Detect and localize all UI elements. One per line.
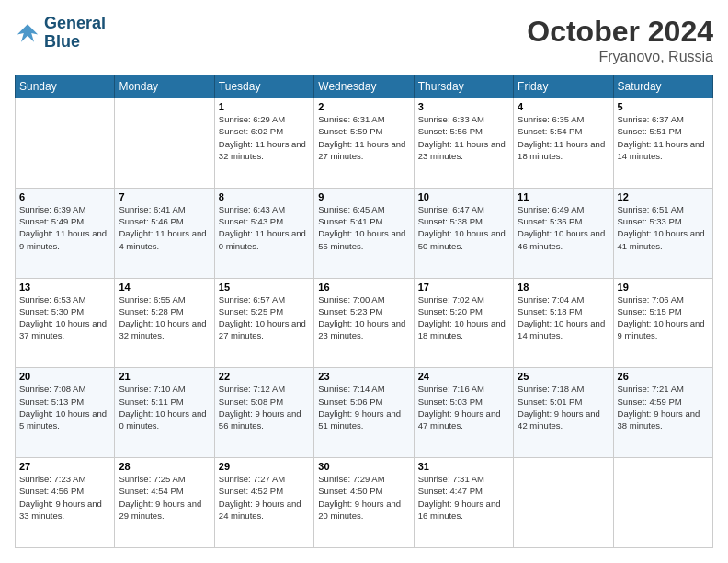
day-info: Sunrise: 6:57 AM Sunset: 5:25 PM Dayligh… xyxy=(219,293,310,342)
calendar-cell: 5Sunrise: 6:37 AM Sunset: 5:51 PM Daylig… xyxy=(613,98,712,189)
calendar-cell: 8Sunrise: 6:43 AM Sunset: 5:43 PM Daylig… xyxy=(214,188,313,278)
header-friday: Friday xyxy=(514,75,613,98)
calendar-week-row: 1Sunrise: 6:29 AM Sunset: 6:02 PM Daylig… xyxy=(16,98,713,189)
day-number: 31 xyxy=(418,461,509,472)
day-number: 30 xyxy=(318,461,409,472)
day-info: Sunrise: 6:37 AM Sunset: 5:51 PM Dayligh… xyxy=(618,113,709,162)
day-number: 26 xyxy=(618,371,709,382)
header: General Blue October 2024 Fryanovo, Russ… xyxy=(15,15,713,65)
day-number: 18 xyxy=(518,282,609,293)
day-info: Sunrise: 7:21 AM Sunset: 4:59 PM Dayligh… xyxy=(618,383,709,431)
calendar-cell: 26Sunrise: 7:21 AM Sunset: 4:59 PM Dayli… xyxy=(613,368,712,458)
day-info: Sunrise: 6:39 AM Sunset: 5:49 PM Dayligh… xyxy=(19,203,110,252)
calendar-cell: 11Sunrise: 6:49 AM Sunset: 5:36 PM Dayli… xyxy=(514,188,613,278)
day-number: 5 xyxy=(618,101,709,112)
day-number: 9 xyxy=(318,191,409,202)
day-number: 3 xyxy=(418,101,509,112)
day-info: Sunrise: 7:10 AM Sunset: 5:11 PM Dayligh… xyxy=(119,383,210,431)
day-info: Sunrise: 6:53 AM Sunset: 5:30 PM Dayligh… xyxy=(19,293,110,342)
day-info: Sunrise: 7:18 AM Sunset: 5:01 PM Dayligh… xyxy=(518,383,609,431)
day-number: 24 xyxy=(418,371,509,382)
day-info: Sunrise: 6:33 AM Sunset: 5:56 PM Dayligh… xyxy=(418,113,509,162)
day-number: 27 xyxy=(19,461,110,472)
day-info: Sunrise: 6:29 AM Sunset: 6:02 PM Dayligh… xyxy=(219,113,310,162)
calendar-cell: 25Sunrise: 7:18 AM Sunset: 5:01 PM Dayli… xyxy=(514,368,613,458)
day-number: 8 xyxy=(219,191,310,202)
calendar-cell: 20Sunrise: 7:08 AM Sunset: 5:13 PM Dayli… xyxy=(16,368,115,458)
day-info: Sunrise: 7:29 AM Sunset: 4:50 PM Dayligh… xyxy=(318,473,409,522)
day-info: Sunrise: 6:47 AM Sunset: 5:38 PM Dayligh… xyxy=(418,203,509,252)
day-number: 16 xyxy=(318,282,409,293)
day-number: 21 xyxy=(119,371,210,382)
calendar-cell: 12Sunrise: 6:51 AM Sunset: 5:33 PM Dayli… xyxy=(613,188,712,278)
day-info: Sunrise: 7:00 AM Sunset: 5:23 PM Dayligh… xyxy=(318,293,409,342)
month-title: October 2024 xyxy=(527,15,713,49)
calendar-cell: 1Sunrise: 6:29 AM Sunset: 6:02 PM Daylig… xyxy=(214,98,313,189)
day-info: Sunrise: 6:31 AM Sunset: 5:59 PM Dayligh… xyxy=(318,113,409,162)
day-number: 13 xyxy=(19,282,110,293)
calendar-cell: 2Sunrise: 6:31 AM Sunset: 5:59 PM Daylig… xyxy=(314,98,414,189)
calendar-cell: 28Sunrise: 7:25 AM Sunset: 4:54 PM Dayli… xyxy=(115,458,214,548)
calendar-cell: 4Sunrise: 6:35 AM Sunset: 5:54 PM Daylig… xyxy=(514,98,613,189)
calendar-cell: 31Sunrise: 7:31 AM Sunset: 4:47 PM Dayli… xyxy=(414,458,513,548)
calendar-cell: 18Sunrise: 7:04 AM Sunset: 5:18 PM Dayli… xyxy=(514,278,613,368)
logo: General Blue xyxy=(15,15,106,52)
day-info: Sunrise: 7:23 AM Sunset: 4:56 PM Dayligh… xyxy=(19,473,110,522)
calendar-cell: 23Sunrise: 7:14 AM Sunset: 5:06 PM Dayli… xyxy=(314,368,414,458)
day-number: 22 xyxy=(219,371,310,382)
calendar-week-row: 13Sunrise: 6:53 AM Sunset: 5:30 PM Dayli… xyxy=(16,278,713,368)
day-info: Sunrise: 6:43 AM Sunset: 5:43 PM Dayligh… xyxy=(219,203,310,252)
day-number: 10 xyxy=(418,191,509,202)
day-info: Sunrise: 7:04 AM Sunset: 5:18 PM Dayligh… xyxy=(518,293,609,342)
title-block: October 2024 Fryanovo, Russia xyxy=(527,15,713,65)
day-number: 28 xyxy=(119,461,210,472)
logo-icon xyxy=(15,20,40,46)
day-number: 2 xyxy=(318,101,409,112)
calendar-cell: 27Sunrise: 7:23 AM Sunset: 4:56 PM Dayli… xyxy=(16,458,115,548)
calendar-cell xyxy=(613,458,712,548)
header-tuesday: Tuesday xyxy=(214,75,313,98)
day-info: Sunrise: 7:06 AM Sunset: 5:15 PM Dayligh… xyxy=(618,293,709,342)
day-number: 29 xyxy=(219,461,310,472)
location-title: Fryanovo, Russia xyxy=(527,49,713,65)
header-monday: Monday xyxy=(115,75,214,98)
calendar-cell: 14Sunrise: 6:55 AM Sunset: 5:28 PM Dayli… xyxy=(115,278,214,368)
calendar-cell: 10Sunrise: 6:47 AM Sunset: 5:38 PM Dayli… xyxy=(414,188,513,278)
header-wednesday: Wednesday xyxy=(314,75,414,98)
calendar-cell xyxy=(16,98,115,189)
calendar-cell: 21Sunrise: 7:10 AM Sunset: 5:11 PM Dayli… xyxy=(115,368,214,458)
day-number: 6 xyxy=(19,191,110,202)
calendar-cell: 29Sunrise: 7:27 AM Sunset: 4:52 PM Dayli… xyxy=(214,458,313,548)
calendar-week-row: 20Sunrise: 7:08 AM Sunset: 5:13 PM Dayli… xyxy=(16,368,713,458)
day-number: 19 xyxy=(618,282,709,293)
calendar-cell: 22Sunrise: 7:12 AM Sunset: 5:08 PM Dayli… xyxy=(214,368,313,458)
day-info: Sunrise: 7:25 AM Sunset: 4:54 PM Dayligh… xyxy=(119,473,210,522)
day-number: 1 xyxy=(219,101,310,112)
day-number: 12 xyxy=(618,191,709,202)
day-info: Sunrise: 6:35 AM Sunset: 5:54 PM Dayligh… xyxy=(518,113,609,162)
day-number: 11 xyxy=(518,191,609,202)
day-number: 25 xyxy=(518,371,609,382)
day-number: 7 xyxy=(119,191,210,202)
day-number: 17 xyxy=(418,282,509,293)
day-info: Sunrise: 7:16 AM Sunset: 5:03 PM Dayligh… xyxy=(418,383,509,431)
weekday-header-row: Sunday Monday Tuesday Wednesday Thursday… xyxy=(16,75,713,98)
logo-text: General Blue xyxy=(44,15,106,52)
day-number: 20 xyxy=(19,371,110,382)
day-info: Sunrise: 7:14 AM Sunset: 5:06 PM Dayligh… xyxy=(318,383,409,431)
calendar-cell: 3Sunrise: 6:33 AM Sunset: 5:56 PM Daylig… xyxy=(414,98,513,189)
day-info: Sunrise: 7:12 AM Sunset: 5:08 PM Dayligh… xyxy=(219,383,310,431)
calendar-cell: 9Sunrise: 6:45 AM Sunset: 5:41 PM Daylig… xyxy=(314,188,414,278)
calendar-cell xyxy=(115,98,214,189)
day-number: 14 xyxy=(119,282,210,293)
calendar-table: Sunday Monday Tuesday Wednesday Thursday… xyxy=(15,75,713,548)
day-info: Sunrise: 7:08 AM Sunset: 5:13 PM Dayligh… xyxy=(19,383,110,431)
calendar-week-row: 6Sunrise: 6:39 AM Sunset: 5:49 PM Daylig… xyxy=(16,188,713,278)
day-info: Sunrise: 6:51 AM Sunset: 5:33 PM Dayligh… xyxy=(618,203,709,252)
day-info: Sunrise: 7:31 AM Sunset: 4:47 PM Dayligh… xyxy=(418,473,509,522)
day-info: Sunrise: 7:02 AM Sunset: 5:20 PM Dayligh… xyxy=(418,293,509,342)
svg-marker-0 xyxy=(17,24,38,42)
calendar-cell xyxy=(514,458,613,548)
day-info: Sunrise: 6:41 AM Sunset: 5:46 PM Dayligh… xyxy=(119,203,210,252)
calendar-cell: 30Sunrise: 7:29 AM Sunset: 4:50 PM Dayli… xyxy=(314,458,414,548)
